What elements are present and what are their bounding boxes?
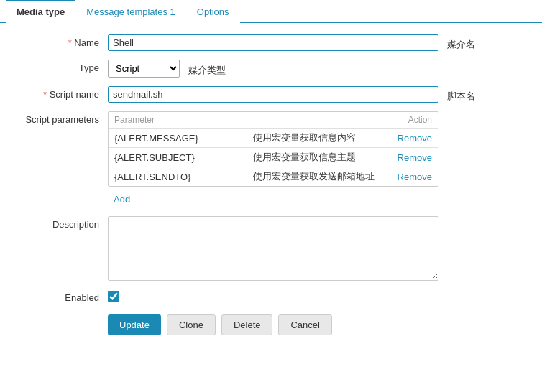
type-control-wrap: Script Email SMS Jabber EZ Texting 媒介类型: [108, 60, 528, 78]
param-annotation-2: 使用宏变量获取发送邮箱地址: [253, 170, 392, 183]
header-action: Action: [408, 115, 432, 125]
remove-button-0[interactable]: Remove: [392, 133, 432, 144]
type-select[interactable]: Script Email SMS Jabber EZ Texting: [108, 60, 180, 78]
update-button[interactable]: Update: [108, 314, 161, 335]
add-param-link[interactable]: Add: [108, 191, 528, 207]
param-value-1: {ALERT.SUBJECT}: [114, 152, 253, 163]
script-params-label: Script parameters: [14, 111, 108, 125]
clone-button[interactable]: Clone: [167, 314, 216, 335]
form-body: Name 媒介名 Type Script Email SMS Jabber EZ…: [0, 23, 542, 347]
name-input[interactable]: [108, 34, 438, 51]
type-row: Type Script Email SMS Jabber EZ Texting …: [14, 60, 528, 78]
enabled-label: Enabled: [14, 289, 108, 303]
script-param-row-1: {ALERT.SUBJECT} 使用宏变量获取信息主题 Remove: [109, 147, 438, 167]
enabled-wrap: [108, 289, 528, 302]
tab-message-templates[interactable]: Message templates 1: [75, 0, 186, 23]
delete-button[interactable]: Delete: [221, 314, 273, 335]
script-params-wrap: Parameter Action {ALERT.MESSAGE} 使用宏变量获取…: [108, 111, 528, 207]
name-annotation: 媒介名: [447, 35, 475, 51]
script-params-header: Parameter Action: [109, 112, 438, 128]
script-name-row: Script name 脚本名: [14, 86, 528, 103]
remove-button-1[interactable]: Remove: [392, 152, 432, 163]
script-name-label: Script name: [14, 86, 108, 100]
param-value-0: {ALERT.MESSAGE}: [114, 133, 253, 144]
description-row: Description: [14, 216, 528, 281]
tab-options[interactable]: Options: [186, 0, 240, 23]
remove-button-2[interactable]: Remove: [392, 172, 432, 182]
type-label: Type: [14, 60, 108, 73]
description-label: Description: [14, 216, 108, 230]
name-control-wrap: 媒介名: [108, 34, 528, 51]
action-buttons: Update Clone Delete Cancel: [14, 314, 528, 335]
enabled-checkbox[interactable]: [108, 291, 119, 302]
script-name-annotation: 脚本名: [447, 87, 475, 103]
script-params-table: Parameter Action {ALERT.MESSAGE} 使用宏变量获取…: [108, 111, 438, 187]
type-annotation: 媒介类型: [188, 61, 226, 77]
param-value-2: {ALERT.SENDTO}: [114, 172, 253, 182]
script-param-row-2: {ALERT.SENDTO} 使用宏变量获取发送邮箱地址 Remove: [109, 167, 438, 186]
name-label: Name: [14, 34, 108, 48]
script-name-control-wrap: 脚本名: [108, 86, 528, 103]
script-param-row-0: {ALERT.MESSAGE} 使用宏变量获取信息内容 Remove: [109, 128, 438, 147]
name-row: Name 媒介名: [14, 34, 528, 51]
script-name-input[interactable]: [108, 86, 438, 103]
tab-media-type[interactable]: Media type: [6, 0, 75, 23]
description-wrap: [108, 216, 528, 281]
param-annotation-0: 使用宏变量获取信息内容: [253, 131, 392, 144]
header-parameter: Parameter: [114, 115, 155, 125]
description-textarea[interactable]: [108, 216, 438, 281]
enabled-row: Enabled: [14, 289, 528, 303]
cancel-button[interactable]: Cancel: [278, 314, 331, 335]
script-params-row: Script parameters Parameter Action {ALER…: [14, 111, 528, 207]
param-annotation-1: 使用宏变量获取信息主题: [253, 151, 392, 164]
tab-bar: Media type Message templates 1 Options: [0, 0, 542, 23]
